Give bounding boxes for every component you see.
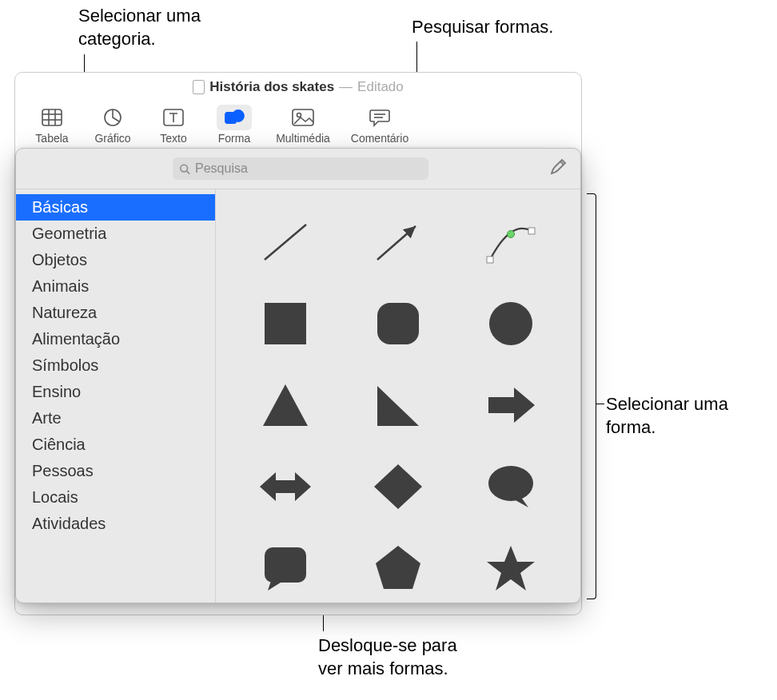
document-title: História dos skates (209, 79, 334, 95)
callout-scroll: Desloque-se para ver mais formas. (318, 634, 457, 680)
toolbar-chart[interactable]: Gráfico (82, 105, 143, 149)
sidebar-item-geometria[interactable]: Geometria (16, 221, 215, 247)
popover-header (16, 149, 580, 189)
sidebar-item-atividades[interactable]: Atividades (16, 511, 215, 537)
svg-rect-0 (42, 109, 62, 125)
shape-line[interactable] (247, 209, 324, 275)
shape-double-arrow[interactable] (247, 454, 324, 519)
svg-rect-19 (528, 228, 535, 234)
toolbar-text[interactable]: Texto (143, 105, 204, 149)
svg-point-13 (181, 165, 188, 172)
toolbar-label: Multimédia (276, 132, 330, 145)
shape-square[interactable] (247, 291, 324, 356)
toolbar: Tabela Gráfico Texto (15, 101, 581, 149)
shape-arrow-right[interactable] (472, 372, 549, 438)
svg-point-23 (489, 302, 532, 345)
shape-circle[interactable] (472, 291, 549, 356)
callout-line (596, 404, 604, 404)
svg-line-17 (377, 226, 416, 260)
callout-category: Selecionar uma categoria. (78, 5, 201, 50)
shape-star[interactable] (472, 535, 549, 601)
shape-pentagon[interactable] (360, 535, 436, 601)
shape-callout-square[interactable] (247, 535, 324, 601)
svg-line-14 (187, 171, 190, 174)
chart-icon (95, 105, 130, 130)
svg-point-24 (488, 466, 533, 501)
shape-speech-bubble[interactable] (472, 454, 549, 519)
svg-rect-21 (265, 303, 306, 344)
toolbar-label: Forma (218, 132, 250, 145)
svg-point-20 (507, 231, 514, 238)
shape-icon (217, 105, 252, 130)
app-window: História dos skates — Editado Tabela (14, 72, 582, 615)
titlebar: História dos skates — Editado (15, 73, 581, 101)
comment-icon (362, 105, 397, 130)
sidebar-item-símbolos[interactable]: Símbolos (16, 352, 215, 379)
draw-shape-button[interactable] (548, 157, 568, 180)
shape-triangle[interactable] (247, 372, 324, 438)
svg-point-10 (297, 113, 301, 117)
svg-point-8 (233, 110, 244, 121)
search-field[interactable] (173, 157, 428, 180)
sidebar-item-ensino[interactable]: Ensino (16, 379, 215, 405)
shape-curve[interactable] (472, 209, 549, 275)
popover-body: BásicasGeometriaObjetosAnimaisNaturezaAl… (16, 189, 580, 603)
toolbar-comment[interactable]: Comentário (341, 105, 418, 149)
sidebar-item-alimentação[interactable]: Alimentação (16, 326, 215, 352)
search-input[interactable] (195, 161, 422, 176)
toolbar-shape[interactable]: Forma (204, 105, 265, 149)
document-status: Editado (357, 79, 404, 95)
sidebar-item-locais[interactable]: Locais (16, 484, 215, 511)
toolbar-table[interactable]: Tabela (22, 105, 82, 149)
shape-right-triangle[interactable] (360, 372, 436, 438)
shape-diamond[interactable] (360, 454, 436, 519)
document-status-sep: — (339, 79, 353, 95)
text-icon (156, 105, 191, 130)
sidebar-item-objetos[interactable]: Objetos (16, 247, 215, 273)
shapes-popover: BásicasGeometriaObjetosAnimaisNaturezaAl… (15, 148, 581, 603)
sidebar-item-arte[interactable]: Arte (16, 405, 215, 432)
toolbar-label: Tabela (35, 132, 68, 145)
toolbar-label: Comentário (351, 132, 408, 145)
media-icon (285, 105, 321, 130)
document-icon (193, 80, 205, 94)
svg-rect-22 (377, 303, 419, 344)
table-icon (34, 105, 70, 130)
svg-line-16 (265, 225, 306, 260)
sidebar-item-pessoas[interactable]: Pessoas (16, 458, 215, 484)
callout-shape: Selecionar uma forma. (606, 393, 728, 439)
search-icon (179, 163, 190, 175)
svg-rect-25 (265, 547, 306, 583)
sidebar-item-animais[interactable]: Animais (16, 273, 215, 300)
shape-grid[interactable] (216, 189, 580, 603)
toolbar-label: Gráfico (94, 132, 130, 145)
svg-rect-18 (487, 257, 493, 263)
shape-arrow-line[interactable] (360, 209, 436, 275)
sidebar-item-natureza[interactable]: Natureza (16, 300, 215, 326)
callout-bracket (587, 193, 596, 599)
callout-search: Pesquisar formas. (412, 16, 553, 39)
shape-rounded-square[interactable] (360, 291, 436, 356)
sidebar-item-básicas[interactable]: Básicas (16, 194, 215, 221)
sidebar-item-ciência[interactable]: Ciência (16, 432, 215, 458)
toolbar-media[interactable]: Multimédia (265, 105, 341, 149)
category-sidebar[interactable]: BásicasGeometriaObjetosAnimaisNaturezaAl… (16, 189, 216, 603)
toolbar-label: Texto (160, 132, 186, 145)
